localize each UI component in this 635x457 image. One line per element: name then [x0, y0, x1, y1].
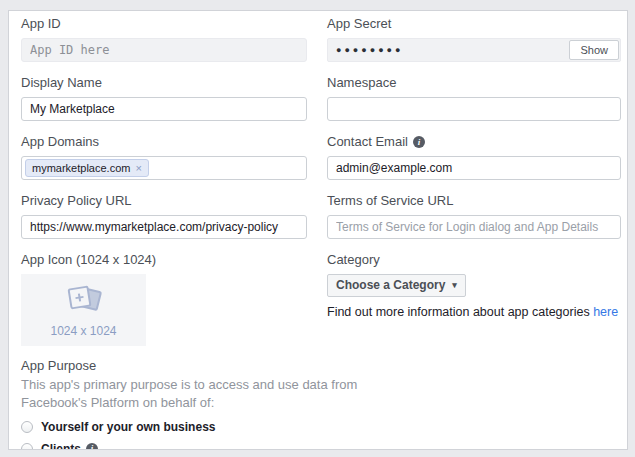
info-icon: i — [413, 136, 425, 148]
app-id-field-group: App ID — [21, 16, 307, 62]
basic-settings-panel: App ID App Secret ●●●●●●●● Show Display … — [8, 10, 628, 450]
namespace-field-group: Namespace — [327, 75, 621, 121]
display-name-label: Display Name — [21, 75, 307, 91]
contact-email-input[interactable] — [327, 156, 621, 180]
domain-tag: mymarketplace.com × — [25, 159, 149, 177]
show-app-secret-button[interactable]: Show — [569, 40, 619, 60]
row-domains-email: App Domains mymarketplace.com × Contact … — [21, 134, 619, 180]
privacy-policy-input[interactable] — [21, 215, 307, 239]
icon-size-hint: 1024 x 1024 — [50, 324, 116, 338]
display-name-field-group: Display Name — [21, 75, 307, 121]
radio-yourself[interactable] — [21, 421, 33, 433]
namespace-input[interactable] — [327, 97, 621, 121]
info-icon: i — [86, 443, 98, 450]
category-dropdown[interactable]: Choose a Category ▾ — [327, 274, 466, 297]
contact-email-label: Contact Email i — [327, 134, 621, 150]
purpose-option-clients: Clients i — [21, 442, 369, 450]
contact-email-field-group: Contact Email i — [327, 134, 621, 180]
category-help-link[interactable]: here — [593, 305, 618, 319]
app-icon-upload-dropzone[interactable]: 1024 x 1024 — [21, 274, 146, 346]
remove-domain-icon[interactable]: × — [135, 163, 141, 173]
app-purpose-section: App Purpose This app's primary purpose i… — [21, 358, 369, 450]
row-privacy-terms: Privacy Policy URL Terms of Service URL — [21, 193, 619, 239]
row-appid-appsecret: App ID App Secret ●●●●●●●● Show — [21, 16, 619, 62]
app-purpose-label: App Purpose — [21, 358, 369, 373]
terms-of-service-input[interactable] — [327, 215, 621, 239]
terms-of-service-label: Terms of Service URL — [327, 193, 621, 209]
category-help-text: Find out more information about app cate… — [327, 305, 621, 319]
app-purpose-description: This app's primary purpose is to access … — [21, 376, 369, 413]
category-label: Category — [327, 252, 621, 268]
radio-yourself-label: Yourself or your own business — [41, 420, 215, 434]
radio-clients[interactable] — [21, 443, 33, 450]
app-id-input — [21, 38, 307, 62]
radio-clients-label: Clients i — [41, 442, 98, 450]
app-id-label: App ID — [21, 16, 307, 32]
app-icon-field-group: App Icon (1024 x 1024) 1024 x 1024 — [21, 252, 307, 346]
category-field-group: Category Choose a Category ▾ Find out mo… — [327, 252, 621, 346]
app-secret-field-group: App Secret ●●●●●●●● Show — [327, 16, 621, 62]
app-domains-input[interactable]: mymarketplace.com × — [21, 156, 307, 180]
app-secret-label: App Secret — [327, 16, 621, 32]
purpose-option-yourself: Yourself or your own business — [21, 420, 369, 434]
app-icon-label: App Icon (1024 x 1024) — [21, 252, 307, 268]
namespace-label: Namespace — [327, 75, 621, 91]
app-secret-field: ●●●●●●●● Show — [327, 38, 621, 62]
privacy-policy-field-group: Privacy Policy URL — [21, 193, 307, 239]
privacy-policy-label: Privacy Policy URL — [21, 193, 307, 209]
app-domains-field-group: App Domains mymarketplace.com × — [21, 134, 307, 180]
display-name-input[interactable] — [21, 97, 307, 121]
row-displayname-namespace: Display Name Namespace — [21, 75, 619, 121]
chevron-down-icon: ▾ — [452, 280, 457, 290]
terms-of-service-field-group: Terms of Service URL — [327, 193, 621, 239]
row-icon-category: App Icon (1024 x 1024) 1024 x 1024 — [21, 252, 619, 346]
app-domains-label: App Domains — [21, 134, 307, 150]
photos-icon — [61, 283, 107, 319]
